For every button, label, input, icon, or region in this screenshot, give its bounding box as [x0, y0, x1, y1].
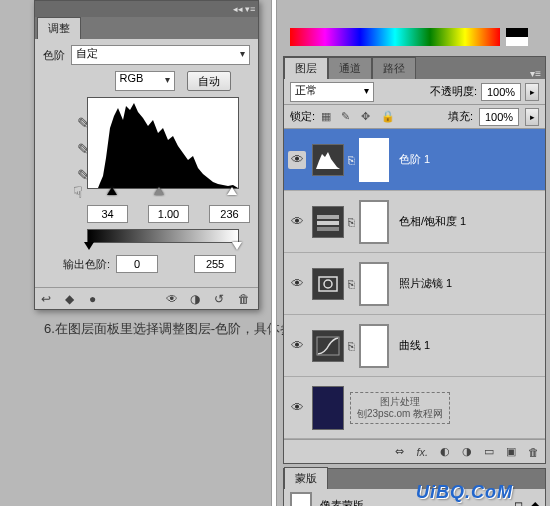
pixel-mask-icon[interactable]: ◻	[514, 499, 523, 507]
layer-mask-thumb[interactable]	[359, 262, 389, 306]
clip-icon[interactable]: ●	[89, 292, 103, 306]
huesat-adjust-thumb-icon[interactable]	[312, 206, 344, 238]
adjustments-tab-row: 调整	[35, 17, 258, 39]
link-layers-icon[interactable]: ⇔	[395, 445, 404, 458]
curves-adjust-thumb-icon[interactable]	[312, 330, 344, 362]
trash-icon[interactable]: 🗑	[238, 292, 252, 306]
opacity-field[interactable]: 100%	[481, 83, 521, 101]
layer-mask-thumb[interactable]	[359, 138, 389, 182]
input-mid-field[interactable]: 1.00	[148, 205, 189, 223]
auto-button[interactable]: 自动	[187, 71, 231, 91]
layer-name[interactable]: 色相/饱和度 1	[399, 214, 466, 229]
layer-row[interactable]: 👁 ⎘ 色阶 1	[284, 129, 545, 191]
return-arrow-icon[interactable]: ↩	[41, 292, 55, 306]
adjustments-footer: ↩ ◆ ● 👁 ◑ ↺ 🗑	[35, 287, 258, 309]
output-black-slider-icon[interactable]	[84, 242, 94, 250]
layer-row[interactable]: 👁 ⎘ 曲线 1	[284, 315, 545, 377]
bw-swatch[interactable]	[506, 28, 528, 46]
adjustments-panel: ◂◂ ▾≡ 调整 色阶 自定 RGB 自动 ✎ ✎ ✎ ☟	[34, 0, 259, 310]
previous-state-icon[interactable]: ◑	[190, 292, 204, 306]
tab-adjustments[interactable]: 调整	[37, 17, 81, 39]
mask-icon[interactable]: ◐	[440, 445, 450, 458]
input-slider-track[interactable]	[87, 189, 239, 199]
opacity-label: 不透明度:	[430, 84, 477, 99]
background-thumb[interactable]	[312, 386, 344, 430]
layers-footer: ⇔ fx. ◐ ◑ ▭ ▣ 🗑	[284, 439, 545, 463]
link-icon[interactable]: ⎘	[348, 278, 355, 290]
layer-row[interactable]: 👁 ⎘ 照片滤镜 1	[284, 253, 545, 315]
panel-menu-icon[interactable]: ▾≡	[526, 68, 545, 79]
layer-name[interactable]: 照片滤镜 1	[399, 276, 452, 291]
output-white-slider-icon[interactable]	[232, 242, 242, 250]
adjustment-layer-icon[interactable]: ◑	[462, 445, 472, 458]
lock-transparent-icon[interactable]: ▦	[321, 110, 335, 124]
trash-icon[interactable]: 🗑	[528, 446, 539, 458]
visibility-toggle-icon[interactable]: 👁	[288, 275, 306, 293]
group-icon[interactable]: ▭	[484, 445, 494, 458]
output-levels-label: 输出色阶:	[63, 257, 110, 272]
fill-flyout-icon[interactable]: ▸	[525, 108, 539, 126]
layer-name: 图片处理 刨23psc.om 教程网	[350, 392, 450, 424]
output-white-field[interactable]: 255	[194, 255, 236, 273]
lock-label: 锁定:	[290, 109, 315, 124]
color-spectrum[interactable]	[290, 28, 500, 46]
lock-pixels-icon[interactable]: ✎	[341, 110, 355, 124]
expand-icon[interactable]: ◆	[65, 292, 79, 306]
levels-adjust-thumb-icon[interactable]	[312, 144, 344, 176]
svg-rect-2	[317, 227, 339, 231]
visibility-toggle-icon[interactable]: 👁	[288, 337, 306, 355]
input-white-field[interactable]: 236	[209, 205, 250, 223]
layer-list: 👁 ⎘ 色阶 1 👁 ⎘ 色相/饱和度 1 👁	[284, 129, 545, 439]
panel-controls: ◂◂ ▾≡	[35, 1, 258, 17]
mask-thumb[interactable]	[290, 492, 312, 506]
blend-mode-select[interactable]: 正常	[290, 82, 374, 102]
layer-mask-thumb[interactable]	[359, 200, 389, 244]
link-icon[interactable]: ⎘	[348, 340, 355, 352]
output-black-field[interactable]: 0	[116, 255, 158, 273]
visibility-toggle-icon[interactable]: 👁	[288, 399, 306, 417]
layer-name[interactable]: 色阶 1	[399, 152, 430, 167]
mask-type-label: 像素蒙版	[320, 498, 364, 507]
visibility-toggle-icon[interactable]: 👁	[288, 151, 306, 169]
panel-menu-icon[interactable]: ▾≡	[245, 4, 255, 14]
black-slider-icon[interactable]	[107, 187, 117, 195]
layer-row[interactable]: 👁 ⎘ 色相/饱和度 1	[284, 191, 545, 253]
visibility-icon[interactable]: 👁	[166, 292, 180, 306]
lock-all-icon[interactable]: 🔒	[381, 110, 395, 124]
preset-select[interactable]: 自定	[71, 45, 250, 65]
input-black-field[interactable]: 34	[87, 205, 128, 223]
layer-row[interactable]: 👁 图片处理 刨23psc.om 教程网	[284, 377, 545, 439]
channel-select[interactable]: RGB	[115, 71, 175, 91]
output-gradient[interactable]	[87, 229, 239, 243]
levels-type-label: 色阶	[43, 48, 65, 63]
layers-panel: 图层 通道 路径 ▾≡ 正常 不透明度: 100% ▸ 锁定: ▦ ✎ ✥ 🔒 …	[283, 56, 546, 464]
svg-rect-3	[319, 277, 337, 291]
tab-masks[interactable]: 蒙版	[284, 467, 328, 489]
vector-mask-icon[interactable]: ◆	[531, 499, 539, 507]
layers-tab-row: 图层 通道 路径 ▾≡	[284, 57, 545, 79]
opacity-flyout-icon[interactable]: ▸	[525, 83, 539, 101]
visibility-toggle-icon[interactable]: 👁	[288, 213, 306, 231]
link-icon[interactable]: ⎘	[348, 154, 355, 166]
tab-layers[interactable]: 图层	[284, 57, 328, 79]
new-layer-icon[interactable]: ▣	[506, 445, 516, 458]
tab-paths[interactable]: 路径	[372, 57, 416, 79]
svg-rect-1	[317, 221, 339, 225]
link-icon[interactable]: ⎘	[348, 216, 355, 228]
tab-channels[interactable]: 通道	[328, 57, 372, 79]
layer-name[interactable]: 曲线 1	[399, 338, 430, 353]
layers-blend-row: 正常 不透明度: 100% ▸	[284, 79, 545, 105]
photofilter-adjust-thumb-icon[interactable]	[312, 268, 344, 300]
fill-field[interactable]: 100%	[479, 108, 519, 126]
panel-divider[interactable]	[271, 0, 277, 506]
lock-position-icon[interactable]: ✥	[361, 110, 375, 124]
white-slider-icon[interactable]	[227, 187, 237, 195]
reset-icon[interactable]: ↺	[214, 292, 228, 306]
fx-icon[interactable]: fx.	[416, 446, 428, 458]
collapse-icon[interactable]: ◂◂	[233, 4, 243, 14]
svg-point-4	[324, 280, 332, 288]
gray-slider-icon[interactable]	[154, 187, 164, 195]
layers-lock-row: 锁定: ▦ ✎ ✥ 🔒 填充: 100% ▸	[284, 105, 545, 129]
layer-mask-thumb[interactable]	[359, 324, 389, 368]
fill-label: 填充:	[448, 109, 473, 124]
